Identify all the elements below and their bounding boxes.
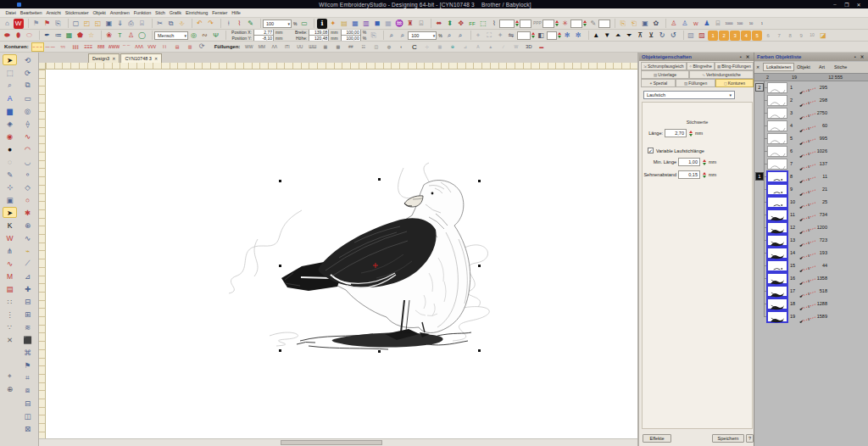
num-5-icon[interactable]: 5 [752, 31, 762, 41]
pin-icon[interactable]: ⚑ [31, 19, 42, 29]
object-row-5[interactable]: 51995 [754, 132, 868, 145]
zoom-lens-icon[interactable]: ⌕ [387, 31, 397, 41]
menu-grafik[interactable]: Grafik [167, 10, 183, 15]
node-tool-tool[interactable]: ◇ [20, 181, 35, 192]
snap-tool-tool[interactable]: ⌗ [20, 372, 35, 383]
mirror-tool-tool[interactable]: ⧉ [20, 80, 35, 91]
undo-icon[interactable]: ↶ [195, 19, 205, 29]
grid-fill-icon[interactable]: ▦ [319, 42, 331, 52]
ring-tool-tool[interactable]: ⚬ [20, 169, 35, 180]
rect-tool-tool[interactable]: ▭ [20, 92, 35, 103]
columns-tool[interactable]: ◫ [20, 410, 35, 421]
object-row-13[interactable]: 131723 [754, 234, 868, 247]
trellis-icon[interactable]: ☷ [357, 42, 370, 52]
gear-icon[interactable]: ✿ [651, 19, 661, 29]
waves-tool-tool[interactable]: ≋ [20, 321, 35, 332]
close-panel-icon[interactable]: ✕ [859, 54, 865, 59]
w-red-icon[interactable]: W [691, 19, 701, 29]
stamp-tool-tool[interactable]: ▣ [3, 194, 17, 205]
bitmap-icon[interactable]: ▦ [64, 31, 75, 41]
grid2-icon[interactable]: ▦ [433, 42, 446, 52]
slash-tool-tool[interactable]: ⟋ [20, 258, 35, 269]
mirror-x-icon[interactable]: ⇋ [506, 31, 516, 41]
object-thumbnail[interactable] [767, 146, 787, 157]
menu-fenster[interactable]: Fenster [210, 10, 230, 15]
knife-tool[interactable]: K [3, 220, 17, 231]
tri-gray-icon[interactable]: ▲ [484, 42, 497, 52]
arc-red-tool[interactable]: ◠ [20, 143, 35, 154]
redo-icon[interactable]: ↷ [206, 19, 216, 29]
swap-lr-icon[interactable]: ⬌ [434, 19, 444, 29]
w-gray-icon[interactable]: W [509, 42, 522, 52]
properties-tab-schrumpfausgleich[interactable]: ⇲Schrumpfausgleich [641, 62, 687, 70]
properties-tab-f-llungen[interactable]: ▨Füllungen [676, 79, 715, 87]
triple-icon[interactable]: ΞΞΞ [82, 42, 95, 52]
numbox-r0-input[interactable] [517, 31, 531, 40]
rotate-sel2-icon[interactable]: ↺ [668, 31, 678, 41]
object-thumbnail[interactable] [767, 298, 787, 309]
close-panel-icon[interactable]: ✕ [744, 54, 751, 59]
c-black-icon[interactable]: C [408, 42, 420, 52]
object-row-14[interactable]: 141193 [754, 247, 868, 259]
refresh-icon[interactable]: ⟳ [197, 42, 207, 52]
stemstitch-icon[interactable]: ∥∥∥ [70, 42, 82, 52]
height-input[interactable]: 120,48 [309, 35, 329, 42]
pencil-gray-icon[interactable]: ✎ [588, 19, 598, 29]
green-frame-icon[interactable]: ▭ [299, 19, 309, 29]
object-row-12[interactable]: 1211200 [754, 221, 868, 234]
hoop-tool[interactable]: ⌖ [3, 371, 17, 382]
locate-button[interactable]: Lokalisieren [763, 63, 794, 71]
pin-icon[interactable]: ▪ [737, 54, 744, 59]
branch-green-icon[interactable]: Ψ [211, 31, 221, 41]
horizontal-scrollbar[interactable] [39, 438, 637, 446]
layout-tool[interactable]: ⊟ [20, 398, 35, 409]
satin-fill-icon[interactable]: MM [255, 42, 268, 52]
info-icon[interactable]: ℹ [317, 19, 327, 29]
object-thumbnail[interactable] [767, 209, 787, 220]
angle2-icon[interactable]: ⊿ [459, 42, 471, 52]
stitch-type-select[interactable]: Laufstich▾ [643, 91, 735, 99]
pin-icon[interactable]: ▪ [852, 54, 859, 59]
tab-close-icon[interactable]: ✕ [154, 56, 158, 61]
object-row-16[interactable]: 1611358 [754, 272, 868, 285]
plus-tool-tool[interactable]: ✚ [20, 283, 35, 294]
menu-objekt[interactable]: Objekt [91, 10, 108, 15]
object-row-19[interactable]: 1911589 [754, 310, 868, 323]
lightning-tool[interactable]: ⌁ [20, 245, 35, 256]
tri-up2-icon[interactable]: ⏶ [613, 31, 623, 41]
star-multi-icon[interactable]: ✳ [560, 19, 570, 29]
red-blob-icon[interactable]: ⬮ [14, 31, 24, 41]
a-gray-icon[interactable]: A [471, 42, 484, 52]
palette-icon[interactable]: ▦ [350, 19, 360, 29]
pos-y-input[interactable]: -8,10 [253, 35, 274, 42]
save-disk-icon[interactable]: ▣ [640, 19, 650, 29]
print-preview-icon[interactable]: ⌻ [137, 19, 147, 29]
save-design-icon[interactable]: ▣ [104, 19, 114, 29]
open-recent-icon[interactable]: ◱ [93, 19, 103, 29]
close-list-icon[interactable]: ✕ [756, 64, 760, 70]
zoom-percent-combo[interactable]: 100▾ [263, 20, 292, 28]
close-button[interactable]: ✕ [853, 2, 865, 8]
numbox-2-input[interactable] [520, 20, 531, 28]
num-9-icon[interactable]: 9 [796, 31, 806, 41]
chord-gap-input[interactable]: 0,15 [678, 170, 700, 179]
object-row-6[interactable]: 611026 [754, 145, 868, 158]
object-thumbnail[interactable] [767, 260, 787, 271]
object-thumbnail[interactable] [767, 222, 787, 233]
object-thumbnail[interactable] [767, 133, 787, 144]
ppp-icon[interactable]: ΡΡΡ [532, 19, 542, 29]
document-tab-design3[interactable]: Design3✕ [88, 53, 120, 63]
copy-sheet-icon[interactable]: ⎘ [618, 19, 628, 29]
num-8-icon[interactable]: 8 [785, 31, 795, 41]
red-ellipse-icon[interactable]: ⬬ [3, 31, 13, 41]
tatami-icon[interactable]: WW [242, 42, 255, 52]
ellipse-tool-tool[interactable]: ◎ [20, 105, 35, 116]
tri-down-icon[interactable]: ▼ [602, 31, 612, 41]
cross-tool-tool[interactable]: ⊹ [3, 181, 17, 192]
triangle-tool-tool[interactable]: ⊿ [20, 270, 35, 282]
person-blue2-icon[interactable]: ♟ [702, 19, 712, 29]
satin-w-icon[interactable]: WWW [108, 42, 120, 52]
spinner[interactable] [558, 31, 561, 40]
snow-2-icon[interactable]: ✼ [573, 31, 583, 41]
help-button[interactable]: ? [746, 434, 754, 443]
